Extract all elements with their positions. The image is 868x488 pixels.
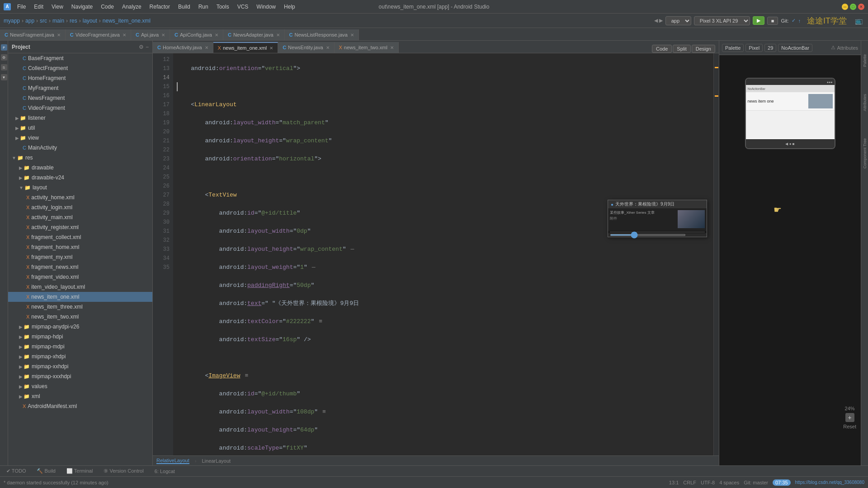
menu-tools[interactable]: Tools: [213, 3, 233, 11]
ct-linearlayout[interactable]: LinearLayout: [202, 458, 231, 464]
code-view-btn[interactable]: Code: [652, 45, 672, 53]
breadcrumb-file[interactable]: news_item_one.xml: [103, 18, 151, 24]
tree-item-news-item-two[interactable]: X news_item_two.xml: [8, 312, 152, 322]
tab-homeactivity[interactable]: C HomeActivity.java ✕: [153, 42, 213, 53]
tree-item-homefragment[interactable]: C HomeFragment: [8, 73, 152, 83]
side-label-attrs[interactable]: Attributes: [863, 94, 867, 111]
menu-vcs[interactable]: VCS: [234, 3, 252, 11]
tree-item-news-item-one[interactable]: X news_item_one.xml: [8, 292, 152, 302]
tree-item-newsfragment[interactable]: C NewsFragment: [8, 93, 152, 103]
tree-item-activity-register[interactable]: X activity_register.xml: [8, 222, 152, 232]
tree-item-androidmanifest[interactable]: X AndroidManifest.xml: [8, 401, 152, 411]
stop-button[interactable]: ■: [767, 17, 778, 25]
tree-item-activity-main[interactable]: X activity_main.xml: [8, 212, 152, 222]
menu-analyze[interactable]: Analyze: [118, 3, 145, 11]
tree-item-drawable-v24[interactable]: ▶ 📁 drawable-v24: [8, 173, 152, 183]
tab-close[interactable]: ✕: [57, 33, 61, 38]
status-linecol[interactable]: 13:1: [669, 480, 679, 485]
split-view-btn[interactable]: Split: [673, 45, 690, 53]
status-crlf[interactable]: CRLF: [683, 480, 696, 485]
tree-item-news-item-three[interactable]: X news_item_three.xml: [8, 302, 152, 312]
breadcrumb-app[interactable]: app: [25, 18, 34, 24]
code-content[interactable]: android:orientation="vertical"> <LinearL…: [173, 53, 713, 455]
tree-item-mipmap-xhdpi[interactable]: ▶ 📁 mipmap-xhdpi: [8, 352, 152, 361]
menu-window[interactable]: Window: [253, 3, 279, 11]
sidebar-settings[interactable]: ⚙: [139, 44, 144, 50]
tree-item-res[interactable]: ▼ 📁 res: [8, 153, 152, 163]
bottom-tab-vcs[interactable]: ⑨ Version Control: [101, 467, 146, 475]
margin-icon-2[interactable]: ⚙: [1, 54, 7, 61]
run-button[interactable]: ▶: [753, 16, 764, 25]
sidebar-close[interactable]: −: [146, 44, 149, 50]
code-editor[interactable]: 12 13 14 15 16 17 18 19 20 21 22 23 24 2…: [153, 53, 719, 455]
tree-item-activity-home[interactable]: X activity_home.xml: [8, 192, 152, 202]
tab-close[interactable]: ✕: [205, 45, 208, 50]
tree-item-view[interactable]: ▶ 📁 view: [8, 133, 152, 143]
dp-btn[interactable]: 29: [764, 44, 776, 52]
reset-label[interactable]: Reset: [843, 424, 856, 429]
design-view-btn[interactable]: Design: [692, 45, 715, 53]
menu-file[interactable]: File: [14, 3, 29, 11]
minimize-button[interactable]: ─: [842, 4, 848, 10]
menu-view[interactable]: View: [48, 3, 67, 11]
tab-close[interactable]: ✕: [215, 33, 218, 38]
margin-icon-1[interactable]: P: [1, 44, 7, 51]
noactionbar-btn[interactable]: NoActionBar: [778, 44, 812, 52]
close-button[interactable]: ✕: [858, 4, 864, 10]
run-config-select[interactable]: app: [665, 16, 691, 25]
tab-news-item-two[interactable]: X news_item_two.xml ✕: [335, 42, 399, 53]
tab-newslistresponse[interactable]: C NewsListResponse.java ✕: [285, 29, 359, 40]
tab-newsadapter[interactable]: C NewsAdapter.java ✕: [223, 29, 285, 40]
breadcrumb-res[interactable]: res: [70, 18, 77, 24]
breadcrumb-myapp[interactable]: myapp: [4, 18, 20, 24]
video-progress[interactable]: [610, 234, 686, 236]
tree-item-util[interactable]: ▶ 📁 util: [8, 123, 152, 133]
tab-close[interactable]: ✕: [276, 33, 280, 38]
tree-item-mipmap-mdpi[interactable]: ▶ 📁 mipmap-mdpi: [8, 342, 152, 352]
tree-item-mainactivity[interactable]: C MainActivity: [8, 143, 152, 153]
tree-item-xml[interactable]: ▶ 📁 xml: [8, 391, 152, 401]
tab-newsentity[interactable]: C NewsEntity.java ✕: [278, 42, 334, 53]
breadcrumb-main[interactable]: main: [52, 18, 64, 24]
tree-item-mipmap-hdpi[interactable]: ▶ 📁 mipmap-hdpi: [8, 332, 152, 342]
status-encoding[interactable]: UTF-8: [701, 480, 715, 485]
tree-item-fragment-news[interactable]: X fragment_news.xml: [8, 262, 152, 272]
zoom-in-btn[interactable]: +: [845, 413, 854, 422]
bottom-tab-build[interactable]: 🔨 Build: [34, 467, 58, 475]
side-label-componenttree[interactable]: Component Tree: [863, 138, 867, 169]
menu-help[interactable]: Help: [280, 3, 299, 11]
pixel-btn[interactable]: Pixel: [745, 44, 763, 52]
menu-edit[interactable]: Edit: [30, 3, 47, 11]
tree-item-videofragment[interactable]: C VideoFragment: [8, 103, 152, 113]
tree-item-collectfragment[interactable]: C CollectFragment: [8, 63, 152, 73]
tree-item-layout[interactable]: ▼ 📁 layout: [8, 183, 152, 192]
tab-close[interactable]: ✕: [269, 46, 273, 51]
tree-item-basefragment[interactable]: C BaseFragment: [8, 53, 152, 63]
tree-item-drawable[interactable]: ▶ 📁 drawable: [8, 163, 152, 173]
tab-apiconfig[interactable]: C ApiConfig.java ✕: [170, 29, 223, 40]
tab-close[interactable]: ✕: [350, 33, 354, 38]
bottom-tab-todo[interactable]: ✔ TODO: [4, 467, 28, 475]
tree-item-activity-login[interactable]: X activity_login.xml: [8, 202, 152, 212]
tree-item-mipmap-xxhdpi[interactable]: ▶ 📁 mipmap-xxhdpi: [8, 361, 152, 371]
menu-run[interactable]: Run: [195, 3, 212, 11]
ct-relativelayout[interactable]: RelativeLayout: [156, 458, 189, 464]
menu-code[interactable]: Code: [97, 3, 118, 11]
tree-item-mipmap-xxxhdpi[interactable]: ▶ 📁 mipmap-xxxhdpi: [8, 371, 152, 381]
maximize-button[interactable]: □: [850, 4, 856, 10]
bottom-tab-terminal[interactable]: ⬜ Terminal: [64, 467, 95, 475]
tab-api[interactable]: C Api.java ✕: [131, 29, 170, 40]
tree-item-item-video-layout[interactable]: X item_video_layout.xml: [8, 282, 152, 292]
tab-close[interactable]: ✕: [390, 45, 394, 50]
tree-item-mipmap-anydpi[interactable]: ▶ 📁 mipmap-anydpi-v26: [8, 322, 152, 332]
tab-close[interactable]: ✕: [123, 33, 126, 38]
tab-close[interactable]: ✕: [326, 45, 330, 50]
palette-btn[interactable]: Palette: [722, 44, 744, 52]
status-url[interactable]: https://blog.csdn.net/qq_33608080: [795, 480, 864, 485]
tree-item-values[interactable]: ▶ 📁 values: [8, 381, 152, 391]
device-select[interactable]: Pixel 3 XL API 29: [694, 16, 750, 25]
tab-videofragment[interactable]: C VideoFragment.java ✕: [66, 29, 131, 40]
menu-refactor[interactable]: Refactor: [146, 3, 174, 11]
tab-newsfragment[interactable]: C NewsFragment.java ✕: [0, 29, 66, 40]
status-git[interactable]: Git: master: [744, 480, 768, 485]
